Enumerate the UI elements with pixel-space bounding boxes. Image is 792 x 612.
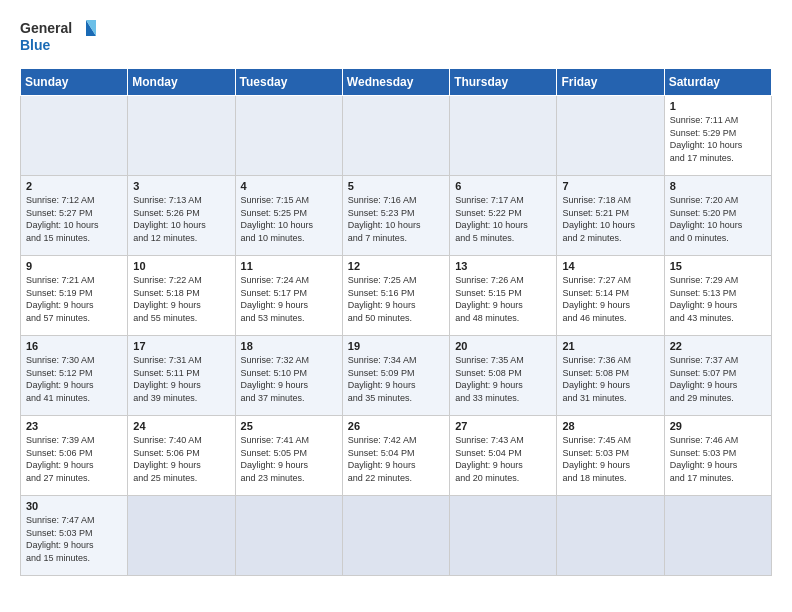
day-info: Sunrise: 7:25 AM Sunset: 5:16 PM Dayligh… <box>348 274 444 324</box>
day-number: 27 <box>455 420 551 432</box>
day-info: Sunrise: 7:37 AM Sunset: 5:07 PM Dayligh… <box>670 354 766 404</box>
day-cell <box>450 496 557 576</box>
day-info: Sunrise: 7:13 AM Sunset: 5:26 PM Dayligh… <box>133 194 229 244</box>
day-cell: 29Sunrise: 7:46 AM Sunset: 5:03 PM Dayli… <box>664 416 771 496</box>
day-info: Sunrise: 7:15 AM Sunset: 5:25 PM Dayligh… <box>241 194 337 244</box>
logo-svg: General Blue <box>20 16 100 58</box>
day-info: Sunrise: 7:43 AM Sunset: 5:04 PM Dayligh… <box>455 434 551 484</box>
week-row-4: 16Sunrise: 7:30 AM Sunset: 5:12 PM Dayli… <box>21 336 772 416</box>
column-header-monday: Monday <box>128 69 235 96</box>
day-number: 1 <box>670 100 766 112</box>
day-cell <box>342 96 449 176</box>
day-cell <box>557 496 664 576</box>
day-cell <box>450 96 557 176</box>
day-cell: 27Sunrise: 7:43 AM Sunset: 5:04 PM Dayli… <box>450 416 557 496</box>
day-number: 23 <box>26 420 122 432</box>
day-info: Sunrise: 7:17 AM Sunset: 5:22 PM Dayligh… <box>455 194 551 244</box>
svg-text:Blue: Blue <box>20 37 51 53</box>
week-row-3: 9Sunrise: 7:21 AM Sunset: 5:19 PM Daylig… <box>21 256 772 336</box>
day-number: 17 <box>133 340 229 352</box>
day-info: Sunrise: 7:18 AM Sunset: 5:21 PM Dayligh… <box>562 194 658 244</box>
svg-text:General: General <box>20 20 72 36</box>
day-info: Sunrise: 7:11 AM Sunset: 5:29 PM Dayligh… <box>670 114 766 164</box>
day-cell: 30Sunrise: 7:47 AM Sunset: 5:03 PM Dayli… <box>21 496 128 576</box>
day-info: Sunrise: 7:46 AM Sunset: 5:03 PM Dayligh… <box>670 434 766 484</box>
header: General Blue <box>20 16 772 58</box>
day-cell: 1Sunrise: 7:11 AM Sunset: 5:29 PM Daylig… <box>664 96 771 176</box>
day-cell: 20Sunrise: 7:35 AM Sunset: 5:08 PM Dayli… <box>450 336 557 416</box>
day-cell: 11Sunrise: 7:24 AM Sunset: 5:17 PM Dayli… <box>235 256 342 336</box>
week-row-1: 1Sunrise: 7:11 AM Sunset: 5:29 PM Daylig… <box>21 96 772 176</box>
day-info: Sunrise: 7:34 AM Sunset: 5:09 PM Dayligh… <box>348 354 444 404</box>
day-cell: 3Sunrise: 7:13 AM Sunset: 5:26 PM Daylig… <box>128 176 235 256</box>
day-info: Sunrise: 7:41 AM Sunset: 5:05 PM Dayligh… <box>241 434 337 484</box>
day-number: 16 <box>26 340 122 352</box>
day-info: Sunrise: 7:22 AM Sunset: 5:18 PM Dayligh… <box>133 274 229 324</box>
week-row-6: 30Sunrise: 7:47 AM Sunset: 5:03 PM Dayli… <box>21 496 772 576</box>
day-cell: 22Sunrise: 7:37 AM Sunset: 5:07 PM Dayli… <box>664 336 771 416</box>
day-info: Sunrise: 7:21 AM Sunset: 5:19 PM Dayligh… <box>26 274 122 324</box>
day-info: Sunrise: 7:47 AM Sunset: 5:03 PM Dayligh… <box>26 514 122 564</box>
day-cell: 23Sunrise: 7:39 AM Sunset: 5:06 PM Dayli… <box>21 416 128 496</box>
day-cell: 16Sunrise: 7:30 AM Sunset: 5:12 PM Dayli… <box>21 336 128 416</box>
day-number: 5 <box>348 180 444 192</box>
day-info: Sunrise: 7:39 AM Sunset: 5:06 PM Dayligh… <box>26 434 122 484</box>
day-cell: 28Sunrise: 7:45 AM Sunset: 5:03 PM Dayli… <box>557 416 664 496</box>
day-cell <box>664 496 771 576</box>
day-info: Sunrise: 7:27 AM Sunset: 5:14 PM Dayligh… <box>562 274 658 324</box>
day-cell: 18Sunrise: 7:32 AM Sunset: 5:10 PM Dayli… <box>235 336 342 416</box>
day-number: 25 <box>241 420 337 432</box>
day-number: 28 <box>562 420 658 432</box>
day-info: Sunrise: 7:24 AM Sunset: 5:17 PM Dayligh… <box>241 274 337 324</box>
day-number: 9 <box>26 260 122 272</box>
day-cell <box>342 496 449 576</box>
day-number: 26 <box>348 420 444 432</box>
day-info: Sunrise: 7:35 AM Sunset: 5:08 PM Dayligh… <box>455 354 551 404</box>
day-cell <box>235 96 342 176</box>
day-cell: 19Sunrise: 7:34 AM Sunset: 5:09 PM Dayli… <box>342 336 449 416</box>
day-number: 6 <box>455 180 551 192</box>
day-cell <box>128 96 235 176</box>
day-number: 30 <box>26 500 122 512</box>
day-number: 20 <box>455 340 551 352</box>
day-info: Sunrise: 7:45 AM Sunset: 5:03 PM Dayligh… <box>562 434 658 484</box>
column-header-tuesday: Tuesday <box>235 69 342 96</box>
column-header-saturday: Saturday <box>664 69 771 96</box>
day-cell: 2Sunrise: 7:12 AM Sunset: 5:27 PM Daylig… <box>21 176 128 256</box>
day-cell: 6Sunrise: 7:17 AM Sunset: 5:22 PM Daylig… <box>450 176 557 256</box>
column-header-wednesday: Wednesday <box>342 69 449 96</box>
day-cell <box>128 496 235 576</box>
column-header-thursday: Thursday <box>450 69 557 96</box>
day-number: 12 <box>348 260 444 272</box>
day-info: Sunrise: 7:20 AM Sunset: 5:20 PM Dayligh… <box>670 194 766 244</box>
day-number: 13 <box>455 260 551 272</box>
day-info: Sunrise: 7:16 AM Sunset: 5:23 PM Dayligh… <box>348 194 444 244</box>
column-header-friday: Friday <box>557 69 664 96</box>
day-number: 7 <box>562 180 658 192</box>
day-number: 29 <box>670 420 766 432</box>
day-number: 2 <box>26 180 122 192</box>
day-info: Sunrise: 7:40 AM Sunset: 5:06 PM Dayligh… <box>133 434 229 484</box>
day-number: 10 <box>133 260 229 272</box>
day-cell: 10Sunrise: 7:22 AM Sunset: 5:18 PM Dayli… <box>128 256 235 336</box>
day-number: 19 <box>348 340 444 352</box>
day-number: 18 <box>241 340 337 352</box>
day-cell: 14Sunrise: 7:27 AM Sunset: 5:14 PM Dayli… <box>557 256 664 336</box>
day-info: Sunrise: 7:30 AM Sunset: 5:12 PM Dayligh… <box>26 354 122 404</box>
day-cell: 7Sunrise: 7:18 AM Sunset: 5:21 PM Daylig… <box>557 176 664 256</box>
day-cell: 5Sunrise: 7:16 AM Sunset: 5:23 PM Daylig… <box>342 176 449 256</box>
day-cell: 17Sunrise: 7:31 AM Sunset: 5:11 PM Dayli… <box>128 336 235 416</box>
day-info: Sunrise: 7:31 AM Sunset: 5:11 PM Dayligh… <box>133 354 229 404</box>
day-cell <box>557 96 664 176</box>
day-cell: 15Sunrise: 7:29 AM Sunset: 5:13 PM Dayli… <box>664 256 771 336</box>
column-header-sunday: Sunday <box>21 69 128 96</box>
day-cell: 4Sunrise: 7:15 AM Sunset: 5:25 PM Daylig… <box>235 176 342 256</box>
header-row: SundayMondayTuesdayWednesdayThursdayFrid… <box>21 69 772 96</box>
day-number: 14 <box>562 260 658 272</box>
day-info: Sunrise: 7:29 AM Sunset: 5:13 PM Dayligh… <box>670 274 766 324</box>
day-info: Sunrise: 7:32 AM Sunset: 5:10 PM Dayligh… <box>241 354 337 404</box>
day-info: Sunrise: 7:26 AM Sunset: 5:15 PM Dayligh… <box>455 274 551 324</box>
day-cell: 24Sunrise: 7:40 AM Sunset: 5:06 PM Dayli… <box>128 416 235 496</box>
calendar-page: General Blue SundayMondayTuesdayWednesda… <box>0 0 792 596</box>
day-number: 8 <box>670 180 766 192</box>
